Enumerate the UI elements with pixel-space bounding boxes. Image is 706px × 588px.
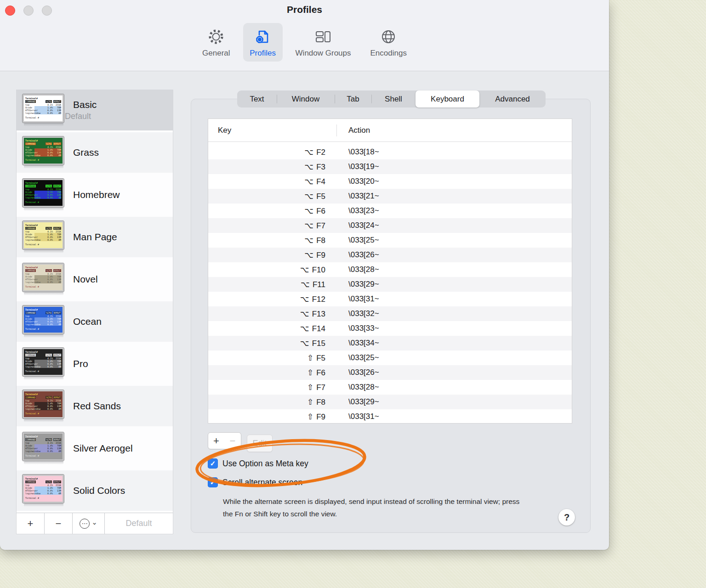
thumb-header-row: COMMAND %CPURPRVT (25, 438, 61, 441)
action-cell: \033[34~ (336, 339, 379, 348)
profile-item-silver-aerogel[interactable]: Terminal# COMMAND %CPURPRVT top4.1%231K … (17, 428, 173, 469)
profile-name: Novel (73, 274, 98, 285)
thumb-prompt: Terminal # (25, 370, 61, 373)
preferences-window: Profiles General (0, 0, 609, 550)
settings-tab-shell[interactable]: Shell (371, 90, 416, 107)
settings-tab-advanced[interactable]: Advanced (479, 90, 546, 107)
action-cell: \033[28~ (336, 265, 379, 274)
keyboard-table-row[interactable]: ⇧F9 \033[31~ (208, 409, 572, 424)
help-button[interactable]: ? (558, 509, 575, 526)
profile-thumbnail: Terminal# COMMAND %CPURPRVT top4.1%231K … (23, 432, 65, 464)
edit-key-button[interactable]: Edit (247, 435, 273, 452)
thumbnail-reflection (24, 461, 63, 464)
keyboard-table-row[interactable]: ⌥F10 \033[28~ (208, 262, 572, 277)
key-cell: ⌥F4 (208, 177, 336, 187)
keyboard-table-row[interactable]: ⌥F13 \033[32~ (208, 306, 572, 321)
keyboard-table-row[interactable]: ⇧F6 \033[26~ (208, 365, 572, 380)
keyboard-table-row[interactable]: ⇧F8 \033[29~ (208, 395, 572, 409)
thumbnail-reflection (24, 503, 63, 507)
keyboard-table-row[interactable]: ⌥F2 \033[18~ (208, 145, 572, 159)
keyboard-table-row[interactable]: ⌥F6 \033[23~ (208, 204, 572, 218)
profile-item-homebrew[interactable]: Terminal# COMMAND %CPURPRVT top4.1%231K … (17, 175, 173, 215)
action-cell: \033[26~ (336, 250, 379, 260)
profile-item-basic[interactable]: Terminal# COMMAND %CPURPRVT top4.1%231K … (17, 90, 173, 130)
remove-key-button[interactable]: − (224, 432, 241, 449)
option-key-icon: ⌥ (305, 251, 314, 260)
thumb-header-row: COMMAND %CPURPRVT (25, 396, 61, 399)
action-cell: \033[29~ (336, 280, 379, 289)
keyboard-table-row[interactable]: ⌥F5 \033[21~ (208, 189, 572, 204)
profile-item-novel[interactable]: Terminal# COMMAND %CPURPRVT top4.1%231K … (17, 259, 173, 300)
action-cell: \033[33~ (336, 324, 379, 333)
action-cell: \033[23~ (336, 206, 379, 215)
keyboard-table-row[interactable]: ⌥F4 \033[20~ (208, 174, 572, 189)
profile-name-block: Solid Colors (65, 485, 125, 496)
profile-actions-button[interactable]: ⋯ ⌄ (73, 513, 105, 534)
set-default-button[interactable]: Default (105, 513, 173, 534)
profile-item-grass[interactable]: Terminal# COMMAND %CPURPRVT top4.1%231K … (17, 132, 173, 173)
thumb-prompt: Terminal # (25, 412, 61, 415)
thumb-title: Terminal# (25, 139, 61, 142)
toolbar-tab-profiles[interactable]: Profiles (243, 23, 283, 62)
keyboard-table-row[interactable]: ⌥F8 \033[25~ (208, 233, 572, 248)
keyboard-table-row[interactable]: ⌥F15 \033[34~ (208, 336, 572, 351)
toolbar-tab-general[interactable]: General (196, 23, 236, 62)
profile-item-solid-colors[interactable]: Terminal# COMMAND %CPURPRVT top4.1%231K … (17, 470, 173, 511)
toolbar-tab-label: Encodings (370, 49, 407, 58)
profile-item-red-sands[interactable]: Terminal# COMMAND %CPURPRVT top4.1%231K … (17, 386, 173, 426)
add-profile-button[interactable]: + (17, 513, 45, 534)
toolbar-tab-window-groups[interactable]: Window Groups (289, 23, 358, 62)
profile-item-man-page[interactable]: Terminal# COMMAND %CPURPRVT top4.1%231K … (17, 217, 173, 257)
profile-thumbnail: Terminal# COMMAND %CPURPRVT top4.1%231K … (23, 221, 65, 253)
profile-item-pro[interactable]: Terminal# COMMAND %CPURPRVT top4.1%231K … (17, 344, 173, 384)
use-option-as-meta-checkbox[interactable]: ✓ (208, 458, 218, 469)
thumb-process-row: loginwindow0.0%4M (25, 323, 61, 326)
profile-thumbnail: Terminal# COMMAND %CPURPRVT top4.1%231K … (23, 305, 65, 338)
keyboard-table-row[interactable]: ⌥F7 \033[24~ (208, 218, 572, 233)
thumb-prompt: Terminal # (25, 116, 61, 119)
keyboard-table-row[interactable]: ⌥F3 \033[19~ (208, 159, 572, 174)
profile-name: Homebrew (73, 189, 120, 200)
profile-name: Grass (73, 147, 99, 158)
thumb-title: Terminal# (25, 393, 61, 396)
profile-thumbnail: Terminal# COMMAND %CPURPRVT top4.1%231K … (23, 94, 65, 126)
profile-item-ocean[interactable]: Terminal# COMMAND %CPURPRVT top4.1%231K … (17, 301, 173, 342)
keyboard-table-row[interactable]: ⌥F14 \033[33~ (208, 321, 572, 336)
key-cell: ⌥F6 (208, 206, 336, 216)
option-key-icon: ⌥ (300, 266, 309, 274)
action-cell: \033[26~ (336, 368, 379, 377)
thumb-process-row: loginwindow0.0%4M (25, 407, 61, 410)
shift-key-icon: ⇧ (307, 368, 313, 377)
add-key-button[interactable]: + (208, 432, 225, 449)
settings-tab-text[interactable]: Text (237, 90, 277, 107)
scroll-alternate-screen-checkbox[interactable]: ✓ (208, 477, 218, 487)
toolbar-tab-encodings[interactable]: Encodings (364, 23, 413, 62)
column-header-action: Action (348, 126, 370, 135)
keyboard-shortcut-table: Key Action ⌥F2 \033[18~⌥F3 \033[19~⌥F4 \… (208, 119, 572, 424)
action-cell: \033[31~ (336, 412, 379, 421)
keyboard-table-row[interactable]: ⌥F9 \033[26~ (208, 248, 572, 262)
profile-thumbnail: Terminal# COMMAND %CPURPRVT top4.1%231K … (23, 263, 65, 295)
settings-tab-keyboard[interactable]: Keyboard (416, 90, 479, 107)
profile-subtitle: Default (65, 112, 97, 121)
option-key-icon: ⌥ (305, 236, 314, 245)
remove-profile-button[interactable]: − (45, 513, 73, 534)
keyboard-table-row[interactable]: ⇧F5 \033[25~ (208, 351, 572, 365)
keyboard-table-row[interactable]: ⇧F7 \033[28~ (208, 380, 572, 395)
settings-tab-window[interactable]: Window (277, 90, 335, 107)
use-option-as-meta-row: ✓ Use Option as Meta key (208, 458, 308, 469)
key-cell: ⇧F9 (208, 412, 336, 422)
settings-tab-tab[interactable]: Tab (335, 90, 371, 107)
shift-key-icon: ⇧ (307, 354, 313, 362)
key-cell: ⇧F8 (208, 397, 336, 407)
column-divider[interactable] (336, 124, 337, 136)
keyboard-table-row[interactable]: ⌥F11 \033[29~ (208, 277, 572, 292)
key-cell: ⌥F7 (208, 221, 336, 231)
keyboard-table-row[interactable]: ⌥F12 \033[31~ (208, 292, 572, 306)
thumb-prompt: Terminal # (25, 158, 61, 161)
key-cell: ⇧F6 (208, 368, 336, 378)
toolbar-tab-label: Window Groups (296, 49, 351, 58)
thumb-title: Terminal# (25, 351, 61, 353)
action-cell: \033[25~ (336, 353, 379, 362)
thumb-process-row: loginwindow0.0%4M (25, 238, 61, 241)
